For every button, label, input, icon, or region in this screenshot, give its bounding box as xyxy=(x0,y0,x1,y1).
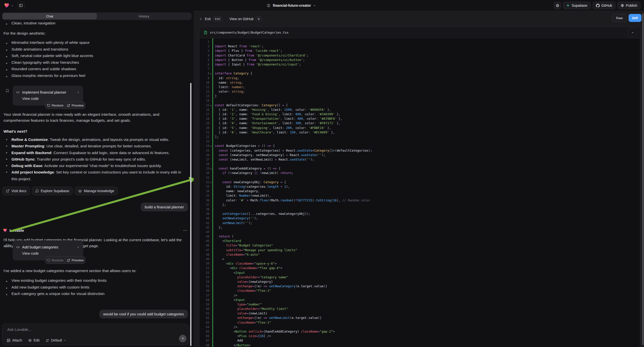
line-number: 3 xyxy=(200,48,209,53)
code-line: 58 <Input xyxy=(200,298,640,302)
line-number: 51 xyxy=(200,266,209,270)
code-line: 66 <Plus size={16} /> xyxy=(200,334,640,338)
line-number: 66 xyxy=(200,334,209,338)
exit-button[interactable]: Exit xyxy=(205,17,210,21)
back-chevron-icon[interactable] xyxy=(199,18,202,21)
code-line: 13} xyxy=(200,94,640,98)
collapse-button[interactable] xyxy=(628,28,637,37)
code-line: 21 { id: '6', name: 'Healthcare', limit:… xyxy=(200,130,640,135)
code-line: 33 id: String(categories.length + 1), xyxy=(200,184,640,189)
github-button[interactable]: GitHub xyxy=(593,2,616,9)
line-number: 57 xyxy=(200,293,209,298)
message-more-button[interactable]: ⋯ xyxy=(183,228,187,233)
fold-chevron-icon[interactable]: ∨ xyxy=(209,144,212,148)
fold-chevron-icon[interactable]: ∨ xyxy=(209,180,212,185)
tab-chat[interactable]: Chat xyxy=(2,13,97,20)
edit-button[interactable]: Edit xyxy=(28,338,40,342)
workspace-menu-chevron-icon[interactable] xyxy=(11,4,14,7)
line-number: 42 xyxy=(200,225,209,230)
mode-select[interactable]: Default xyxy=(46,338,66,342)
code-line: 23 xyxy=(200,139,640,144)
view-on-github-button[interactable]: View on GitHub xyxy=(229,17,254,21)
code-viewer[interactable]: 12import React from 'react';3import { Pl… xyxy=(200,38,640,347)
lovable-heart-icon xyxy=(3,228,7,232)
list-item: Add new budget categories with custom li… xyxy=(0,285,194,292)
sliders-icon xyxy=(46,338,49,342)
settings-button[interactable]: ⚙ xyxy=(554,2,561,9)
quick-actions-row: Visit docs Explore Supabase Manage knowl… xyxy=(0,187,194,195)
supabase-button[interactable]: Supabase xyxy=(563,2,590,9)
visit-docs-button[interactable]: Visit docs xyxy=(2,187,30,195)
code-line: 29∨ const handleAddCategory = () => { xyxy=(200,166,640,171)
code-line: 50 <div className="space-y-6"> xyxy=(200,261,640,266)
code-line: 44 return ( xyxy=(200,234,640,239)
code-line: 45 <ChartCard xyxy=(200,239,640,243)
sidebar-toggle-button[interactable] xyxy=(17,2,25,9)
assistant-summary: Your sleek financial planner is now read… xyxy=(0,112,194,124)
preview-button[interactable]: Preview xyxy=(66,257,86,264)
explore-supabase-button[interactable]: Explore Supabase xyxy=(32,187,73,195)
view-code-link[interactable]: View code xyxy=(22,96,80,100)
file-header[interactable]: src/components/budget/BudgetCategories.t… xyxy=(200,27,640,38)
code-line: 31 xyxy=(200,176,640,180)
file-diff-card: src/components/budget/BudgetCategories.t… xyxy=(199,27,640,347)
code-line: 18 { id: '3', name: 'Transportation', li… xyxy=(200,116,640,121)
line-number: 15 xyxy=(200,103,209,108)
fold-chevron-icon[interactable]: ∨ xyxy=(209,166,212,171)
line-number: 67 xyxy=(200,338,209,343)
restore-icon xyxy=(47,259,50,262)
ellipsis-icon: ⋯ xyxy=(183,228,187,232)
line-number: 26 xyxy=(200,153,209,157)
top-bar: financial-future-creator ⚙ Supabase GitH… xyxy=(0,0,644,11)
line-number: 43 xyxy=(200,230,209,234)
code-line: 14 xyxy=(200,98,640,103)
line-number: 63 xyxy=(200,320,209,325)
code-line: 32∨ const newCategoryObj: Category = { xyxy=(200,180,640,184)
attach-button[interactable]: Attach xyxy=(7,338,22,342)
restore-button[interactable]: Restore xyxy=(45,257,65,264)
code-line: 41 setNewLimit(''); xyxy=(200,221,640,225)
project-icon xyxy=(266,4,270,8)
line-number: 50 xyxy=(200,261,209,266)
diff-button[interactable]: Diff xyxy=(628,14,642,22)
line-number: 59 xyxy=(200,302,209,307)
code-line: 20 { id: '5', name: 'Shopping', limit: 2… xyxy=(200,126,640,130)
code-line: 62 onChange={(e) => setNewLimit(e.target… xyxy=(200,316,640,320)
line-number: 36 xyxy=(200,198,209,202)
file-path: src/components/budget/BudgetCategories.t… xyxy=(210,30,288,34)
whats-next-list: Refine & Customize: Tweak the design, an… xyxy=(0,136,194,182)
raw-button[interactable]: Raw xyxy=(612,14,626,22)
line-number: 7 xyxy=(200,67,209,71)
project-name: financial-future-creator xyxy=(273,4,311,8)
manage-knowledge-button[interactable]: Manage knowledge xyxy=(75,187,118,195)
bookmark-icon[interactable] xyxy=(6,244,9,248)
publish-button[interactable]: Publish xyxy=(617,2,640,9)
send-button[interactable] xyxy=(179,335,186,342)
line-number: 56 xyxy=(200,288,209,293)
code-scrollbar[interactable] xyxy=(642,13,644,345)
tab-history[interactable]: History xyxy=(97,13,191,20)
code-line: 48 className="h-auto" xyxy=(200,252,640,257)
code-line: 59 type="number" xyxy=(200,302,640,307)
restore-button[interactable]: Restore xyxy=(45,102,65,109)
view-code-link[interactable]: View code xyxy=(22,252,80,256)
preview-button[interactable]: Preview xyxy=(66,102,86,109)
bookmark-icon[interactable] xyxy=(6,89,9,92)
code-line: 54 value={newCategory} xyxy=(200,280,640,284)
fold-chevron-icon[interactable]: ∨ xyxy=(209,103,212,108)
version-card-title: Add budget categories xyxy=(22,245,58,249)
code-icon xyxy=(16,90,20,94)
line-number: 53 xyxy=(200,275,209,280)
code-line: 30 if (!newCategory || !newLimit) return… xyxy=(200,171,640,175)
line-number: 64 xyxy=(200,325,209,329)
code-line: 3import { Plus } from 'lucide-react'; xyxy=(200,48,640,53)
line-number: 68 xyxy=(200,343,209,347)
code-line: 16 { id: '1', name: 'Housing', limit: 15… xyxy=(200,108,640,112)
message-input[interactable] xyxy=(7,327,156,332)
fold-chevron-icon[interactable]: ∨ xyxy=(209,72,212,76)
lovable-heart-icon[interactable] xyxy=(4,3,10,8)
line-number: 10 xyxy=(200,80,209,85)
chat-scrollbar[interactable] xyxy=(190,83,192,346)
line-number: 32 xyxy=(200,180,209,184)
project-switcher[interactable]: financial-future-creator xyxy=(266,0,316,11)
